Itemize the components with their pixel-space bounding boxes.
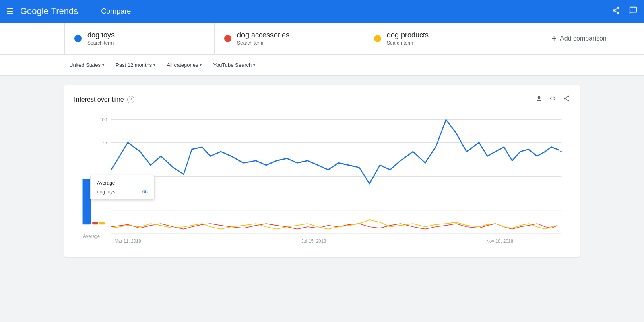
card-header: Interest over time ? — [74, 95, 570, 104]
filters-bar: United States ▾ Past 12 months ▾ All cat… — [0, 55, 644, 76]
app-logo: Google Trends — [20, 6, 78, 16]
dog-toys-name: dog toys — [87, 31, 115, 39]
dog-accessories-name: dog accessories — [237, 31, 289, 39]
dog-toys-text: dog toys Search term — [87, 31, 115, 46]
chart-tooltip: Average dog toys 66 — [90, 175, 155, 200]
menu-icon[interactable]: ☰ — [6, 6, 14, 16]
download-icon[interactable] — [535, 95, 543, 104]
svg-text:100: 100 — [99, 117, 107, 123]
header-actions — [612, 6, 638, 17]
compare-label: Compare — [101, 7, 131, 16]
svg-rect-14 — [99, 222, 105, 225]
search-term-dog-accessories[interactable]: dog accessories Search term — [215, 23, 364, 54]
filter-search-type-label: YouTube Search — [213, 62, 252, 68]
filter-search-type[interactable]: YouTube Search ▾ — [208, 59, 260, 71]
help-icon[interactable]: ? — [127, 96, 134, 103]
add-comparison-label: Add comparison — [560, 35, 607, 42]
search-term-dog-products[interactable]: dog products Search term — [364, 23, 514, 54]
svg-rect-12 — [83, 179, 91, 224]
embed-icon[interactable] — [549, 95, 556, 104]
search-terms-bar: dog toys Search term dog accessories Sea… — [0, 23, 644, 55]
card-actions — [535, 95, 570, 104]
filter-location[interactable]: United States ▾ — [64, 59, 109, 71]
svg-line-8 — [557, 149, 561, 152]
svg-text:Mar 11, 2018: Mar 11, 2018 — [114, 238, 141, 244]
dog-toys-color-dot — [74, 35, 82, 42]
add-icon: + — [551, 33, 557, 44]
interest-over-time-card: Interest over time ? Average — [64, 85, 580, 257]
tooltip-value: 66 — [142, 189, 148, 195]
dog-accessories-text: dog accessories Search term — [237, 31, 289, 46]
share-icon[interactable] — [612, 6, 621, 17]
dog-products-text: dog products Search term — [387, 31, 429, 46]
chevron-down-icon: ▾ — [200, 63, 202, 67]
svg-text:Jul 15, 2018: Jul 15, 2018 — [301, 238, 326, 244]
dog-products-name: dog products — [387, 31, 429, 39]
dog-toys-type: Search term — [87, 40, 115, 46]
dog-accessories-color-dot — [224, 35, 231, 42]
chevron-down-icon: ▾ — [153, 63, 155, 67]
svg-text:Nov 18, 2018: Nov 18, 2018 — [486, 238, 513, 244]
tooltip-title: Average — [97, 180, 148, 186]
add-comparison-button[interactable]: + Add comparison — [514, 23, 644, 54]
main-content: Interest over time ? Average — [0, 76, 644, 267]
filter-category[interactable]: All categories ▾ — [162, 59, 206, 71]
tooltip-label: dog toys — [97, 189, 115, 195]
svg-text:Average: Average — [83, 234, 100, 240]
app-header: ☰ Google Trends Compare — [0, 0, 644, 23]
card-title: Interest over time — [74, 96, 124, 103]
filter-category-label: All categories — [167, 62, 198, 68]
dog-products-color-dot — [374, 35, 381, 42]
card-title-row: Interest over time ? — [74, 96, 134, 103]
chevron-down-icon: ▾ — [102, 63, 104, 67]
filter-time-label: Past 12 months — [116, 62, 152, 68]
header-divider — [91, 6, 91, 17]
chart-wrapper: Average dog toys 66 100 75 25 — [74, 111, 570, 247]
dog-products-type: Search term — [387, 40, 429, 46]
search-term-dog-toys[interactable]: dog toys Search term — [64, 23, 215, 54]
svg-text:75: 75 — [102, 139, 107, 146]
dog-accessories-type: Search term — [237, 40, 289, 46]
tooltip-row: dog toys 66 — [97, 189, 148, 195]
chevron-down-icon: ▾ — [253, 63, 255, 67]
filter-location-label: United States — [69, 62, 101, 68]
share-chart-icon[interactable] — [563, 95, 570, 104]
svg-rect-13 — [92, 222, 98, 225]
filter-time[interactable]: Past 12 months ▾ — [111, 59, 160, 71]
feedback-icon[interactable] — [629, 6, 638, 17]
